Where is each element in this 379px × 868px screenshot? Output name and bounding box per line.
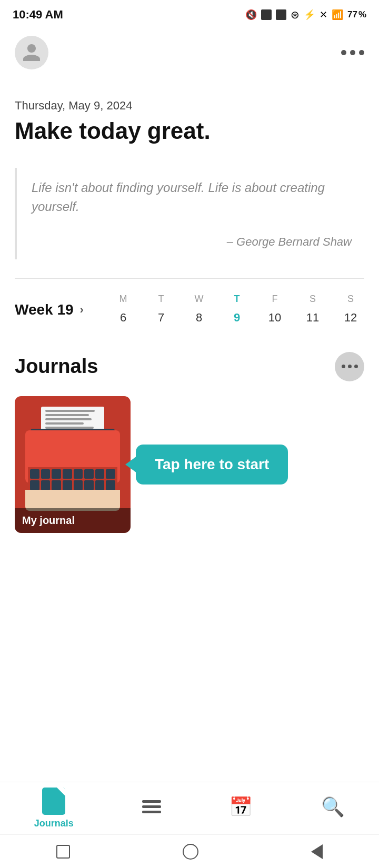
rect-icon2 <box>276 9 286 20</box>
k15 <box>95 480 105 490</box>
journals-header: Journals <box>15 352 364 381</box>
nav-item-search[interactable]: 🔍 <box>321 796 345 821</box>
date-section: Thursday, May 9, 2024 Make today great. <box>15 78 364 149</box>
fold-corner <box>57 788 65 796</box>
day-header-wed: W <box>185 294 213 305</box>
layers-icon: ⊛ <box>291 8 300 21</box>
week-section: Week 19 › M T W T F S S 6 7 8 9 10 11 12 <box>15 279 364 331</box>
main-content: Thursday, May 9, 2024 Make today great. … <box>0 78 379 533</box>
journal-card[interactable]: My journal <box>15 396 131 533</box>
more-menu-button[interactable] <box>341 50 364 55</box>
day-11[interactable]: 11 <box>299 309 326 327</box>
journals-more-button[interactable] <box>335 352 364 381</box>
day-9-today[interactable]: 9 <box>223 309 251 327</box>
mute-icon: 🔇 <box>245 9 257 21</box>
k13 <box>74 480 83 490</box>
line2 <box>45 414 89 416</box>
nav-item-entries[interactable] <box>142 797 161 820</box>
line-icon-2 <box>142 805 161 808</box>
k16 <box>106 480 115 490</box>
line-icon-1 <box>142 800 161 803</box>
dot3 <box>359 50 364 55</box>
day-header-thu: T <box>223 294 251 305</box>
journals-section-title: Journals <box>15 355 98 378</box>
day-10[interactable]: 10 <box>261 309 288 327</box>
day-header-tue: T <box>147 294 175 305</box>
quote-card: Life isn't about finding yourself. Life … <box>15 168 364 259</box>
week-calendar: M T W T F S S 6 7 8 9 10 11 12 <box>109 294 364 327</box>
android-nav-bar <box>0 834 379 868</box>
k12 <box>63 480 72 490</box>
journal-book-icon <box>42 788 65 815</box>
search-icon: 🔍 <box>321 796 345 818</box>
dot2 <box>350 50 355 55</box>
tw-keys <box>28 467 117 492</box>
home-icon <box>183 844 198 860</box>
journals-nav-icon <box>42 788 65 815</box>
nav-item-journals[interactable]: Journals <box>34 788 74 829</box>
k4 <box>63 469 72 479</box>
tap-here-bubble[interactable]: Tap here to start <box>136 445 288 485</box>
bookmark-point <box>47 808 60 815</box>
android-recents-button[interactable] <box>56 845 70 859</box>
bluetooth-icon: ⚡ <box>304 9 315 21</box>
k8 <box>106 469 115 479</box>
quote-text: Life isn't about finding yourself. Life … <box>32 178 352 216</box>
k14 <box>84 480 94 490</box>
line-icon-3 <box>142 811 161 813</box>
tw-hands <box>25 490 120 511</box>
day-header-sat: S <box>299 294 326 305</box>
battery-indicator: 77 % <box>347 9 366 20</box>
nav-item-calendar[interactable]: 📅 <box>229 796 253 821</box>
k3 <box>52 469 61 479</box>
status-bar: 10:49 AM 🔇 ⊛ ⚡ ✕ 📶 77 % <box>0 0 379 27</box>
user-icon <box>21 42 42 63</box>
day-header-sun: S <box>337 294 364 305</box>
week-days-header: M T W T F S S <box>109 294 364 305</box>
greeting-text: Make today great. <box>15 118 364 145</box>
dot-c <box>354 365 358 368</box>
recents-icon <box>56 845 70 859</box>
typewriter-illustration <box>20 407 125 522</box>
dot1 <box>341 50 346 55</box>
android-back-button[interactable] <box>311 844 323 859</box>
k5 <box>74 469 83 479</box>
entries-icon <box>142 797 161 816</box>
dot-a <box>342 365 345 368</box>
k2 <box>41 469 51 479</box>
day-header-mon: M <box>109 294 137 305</box>
day-7[interactable]: 7 <box>147 309 175 327</box>
date-label: Thursday, May 9, 2024 <box>15 99 364 113</box>
status-time: 10:49 AM <box>13 8 63 22</box>
bottom-nav: Journals 📅 🔍 <box>0 782 379 834</box>
k11 <box>52 480 61 490</box>
k7 <box>95 469 105 479</box>
app-header <box>0 27 379 78</box>
day-12[interactable]: 12 <box>337 309 364 327</box>
k6 <box>84 469 94 479</box>
nav-label-journals: Journals <box>34 818 74 829</box>
wifi-icon: 📶 <box>332 9 343 21</box>
quote-author: – George Bernard Shaw <box>32 235 352 249</box>
journal-card-wrap: My journal Tap here to start <box>15 396 364 533</box>
week-label-text: Week 19 <box>15 301 74 318</box>
chevron-right-icon: › <box>80 303 84 317</box>
line1 <box>45 410 95 412</box>
sim-icon: ✕ <box>320 9 327 21</box>
android-home-button[interactable] <box>183 844 198 860</box>
journal-card-label: My journal <box>15 508 131 533</box>
line4 <box>45 422 84 425</box>
day-header-fri: F <box>261 294 288 305</box>
rect-icon1 <box>261 9 272 20</box>
k1 <box>30 469 39 479</box>
tap-bubble-text: Tap here to start <box>155 456 269 473</box>
avatar[interactable] <box>15 36 48 69</box>
k9 <box>30 480 39 490</box>
dot-b <box>348 365 352 368</box>
calendar-icon: 📅 <box>229 796 253 818</box>
week-label[interactable]: Week 19 › <box>15 301 109 318</box>
k10 <box>41 480 51 490</box>
back-icon <box>311 844 323 859</box>
day-6[interactable]: 6 <box>109 309 137 327</box>
day-8[interactable]: 8 <box>185 309 213 327</box>
